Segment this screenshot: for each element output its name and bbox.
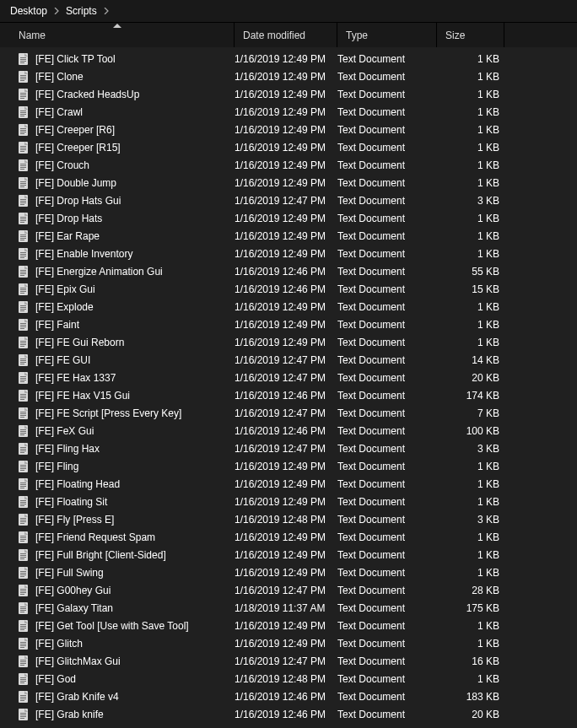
file-list[interactable]: [FE] City 76 Hide Name1/16/2019 12:49 PM…: [0, 47, 577, 728]
file-row[interactable]: [FE] Drop Hats1/16/2019 12:49 PMText Doc…: [0, 209, 577, 227]
file-row[interactable]: [FE] Creeper [R6]1/16/2019 12:49 PMText …: [0, 121, 577, 138]
file-type: Text Document: [337, 230, 437, 242]
file-row[interactable]: [FE] FE Script [Press Every Key]1/16/201…: [0, 404, 577, 422]
chevron-right-icon: [100, 7, 112, 16]
file-type: Text Document: [337, 319, 437, 331]
file-row[interactable]: [FE] FE Hax 13371/16/2019 12:47 PMText D…: [0, 369, 577, 386]
svg-rect-137: [20, 520, 26, 520]
file-date: 1/16/2019 12:47 PM: [235, 407, 337, 419]
svg-rect-9: [20, 62, 24, 63]
file-row[interactable]: [FE] FE Gui Reborn1/16/2019 12:49 PMText…: [0, 333, 577, 351]
file-row[interactable]: [FE] Drop Hats Gui1/16/2019 12:47 PMText…: [0, 191, 577, 209]
file-row[interactable]: [FE] Explode1/16/2019 12:49 PMText Docum…: [0, 298, 577, 315]
svg-rect-39: [20, 169, 24, 170]
file-row[interactable]: [FE] Grab knife1/16/2019 12:46 PMText Do…: [0, 705, 577, 723]
file-row[interactable]: [FE] Crawl1/16/2019 12:49 PMText Documen…: [0, 103, 577, 121]
file-type: Text Document: [337, 496, 437, 508]
file-row[interactable]: [FE] Floating Head1/16/2019 12:49 PMText…: [0, 475, 577, 493]
file-row[interactable]: [FE] Glitch1/16/2019 12:49 PMText Docume…: [0, 634, 577, 652]
text-file-icon: [17, 548, 30, 562]
file-date: 1/16/2019 12:49 PM: [235, 337, 337, 348]
file-row[interactable]: [FE] Galaxy Titan1/18/2019 11:37 AMText …: [0, 599, 577, 617]
column-header-date[interactable]: Date modified: [235, 23, 337, 48]
svg-rect-23: [20, 114, 26, 115]
file-row[interactable]: [FE] Creeper [R15]1/16/2019 12:49 PMText…: [0, 138, 577, 156]
file-size: 1 KB: [437, 496, 504, 508]
text-file-icon: [17, 460, 30, 473]
text-file-icon: [17, 424, 30, 438]
file-size: 183 KB: [437, 691, 504, 703]
file-type: Text Document: [337, 514, 437, 526]
file-type: Text Document: [337, 372, 437, 384]
file-row[interactable]: [FE] FE GUI1/16/2019 12:47 PMText Docume…: [0, 351, 577, 369]
file-row[interactable]: [FE] Grab Knife v41/16/2019 12:46 PMText…: [0, 688, 577, 705]
file-row[interactable]: [FE] Double Jump1/16/2019 12:49 PMText D…: [0, 174, 577, 191]
file-row[interactable]: [FE] Click TP Tool1/16/2019 12:49 PMText…: [0, 50, 577, 67]
svg-rect-63: [20, 256, 26, 256]
file-row[interactable]: [FE] Energize Animation Gui1/16/2019 12:…: [0, 262, 577, 280]
file-row[interactable]: [FE] Crouch1/16/2019 12:49 PMText Docume…: [0, 156, 577, 174]
svg-rect-176: [20, 660, 26, 661]
svg-rect-178: [20, 663, 26, 664]
file-date: 1/16/2019 12:46 PM: [235, 691, 337, 703]
file-row[interactable]: [FE] Fly [Press E]1/16/2019 12:48 PMText…: [0, 510, 577, 528]
sort-asc-icon: [113, 22, 121, 30]
svg-rect-96: [20, 376, 26, 377]
file-row[interactable]: [FE] Clone1/16/2019 12:49 PMText Documen…: [0, 67, 577, 85]
file-name: [FE] Energize Animation Gui: [35, 266, 235, 278]
file-row[interactable]: [FE] FeX Gui1/16/2019 12:46 PMText Docum…: [0, 422, 577, 439]
text-file-icon: [17, 619, 30, 633]
column-header-label: Size: [445, 30, 465, 41]
file-type: Text Document: [337, 531, 437, 543]
file-row[interactable]: [FE] Faint1/16/2019 12:49 PMText Documen…: [0, 315, 577, 333]
file-date: 1/16/2019 12:49 PM: [235, 638, 337, 650]
svg-rect-147: [20, 555, 26, 556]
file-row[interactable]: [FE] Enable Inventory1/16/2019 12:49 PMT…: [0, 245, 577, 262]
svg-rect-11: [20, 75, 26, 76]
file-row[interactable]: [FE] Full Bright [Client-Sided]1/16/2019…: [0, 546, 577, 564]
breadcrumb-segment[interactable]: Desktop: [7, 0, 51, 22]
file-row[interactable]: [FE] Fling Hax1/16/2019 12:47 PMText Doc…: [0, 439, 577, 457]
breadcrumb-segment[interactable]: Scripts: [62, 0, 100, 22]
address-bar[interactable]: Desktop Scripts: [0, 0, 577, 23]
column-header-type[interactable]: Type: [337, 23, 437, 48]
file-row[interactable]: [FE] Cracked HeadsUp1/16/2019 12:49 PMTe…: [0, 85, 577, 103]
svg-rect-144: [20, 541, 24, 542]
file-type: Text Document: [337, 638, 437, 650]
file-name: [FE] Drop Hats: [35, 213, 235, 224]
svg-rect-171: [20, 642, 26, 643]
svg-rect-161: [20, 607, 26, 607]
column-header-name[interactable]: Name: [0, 23, 235, 48]
file-date: 1/16/2019 12:46 PM: [235, 390, 337, 402]
svg-rect-78: [20, 309, 26, 310]
column-header-size[interactable]: Size: [437, 23, 504, 48]
file-row[interactable]: [FE] Fling1/16/2019 12:49 PMText Documen…: [0, 457, 577, 475]
file-row[interactable]: [FE] Floating Sit1/16/2019 12:49 PMText …: [0, 493, 577, 510]
file-date: 1/16/2019 12:49 PM: [235, 89, 337, 100]
svg-rect-92: [20, 360, 26, 361]
file-name: [FE] Grab knife: [35, 709, 235, 720]
file-row[interactable]: [FE] Get Tool [Use with Save Tool]1/16/2…: [0, 617, 577, 634]
file-row[interactable]: [FE] God1/16/2019 12:48 PMText Document1…: [0, 670, 577, 688]
file-name: [FE] FE Hax V15 Gui: [35, 390, 235, 402]
file-type: Text Document: [337, 159, 437, 171]
file-name: [FE] Fling Hax: [35, 443, 235, 455]
file-type: Text Document: [337, 602, 437, 614]
svg-rect-41: [20, 181, 26, 182]
svg-rect-73: [20, 291, 26, 292]
svg-rect-51: [20, 217, 26, 218]
svg-rect-83: [20, 326, 26, 327]
file-row[interactable]: [FE] GlitchMax Gui1/16/2019 12:47 PMText…: [0, 652, 577, 670]
svg-rect-121: [20, 465, 26, 466]
file-date: 1/16/2019 12:49 PM: [235, 301, 337, 313]
file-type: Text Document: [337, 461, 437, 472]
file-row[interactable]: [FE] Friend Request Spam1/16/2019 12:49 …: [0, 528, 577, 546]
breadcrumb-text: Desktop: [10, 5, 47, 17]
file-row[interactable]: [FE] G00hey Gui1/16/2019 12:47 PMText Do…: [0, 581, 577, 599]
file-row[interactable]: [FE] Ear Rape1/16/2019 12:49 PMText Docu…: [0, 227, 577, 245]
svg-rect-72: [20, 289, 26, 290]
svg-rect-17: [20, 94, 26, 95]
file-row[interactable]: [FE] Epix Gui1/16/2019 12:46 PMText Docu…: [0, 280, 577, 298]
file-row[interactable]: [FE] FE Hax V15 Gui1/16/2019 12:46 PMTex…: [0, 386, 577, 404]
file-row[interactable]: [FE] Full Swing1/16/2019 12:49 PMText Do…: [0, 564, 577, 581]
